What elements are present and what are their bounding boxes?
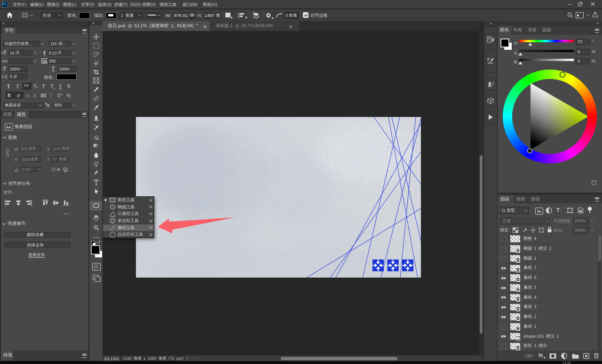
svg-text:A: A — [43, 51, 46, 54]
